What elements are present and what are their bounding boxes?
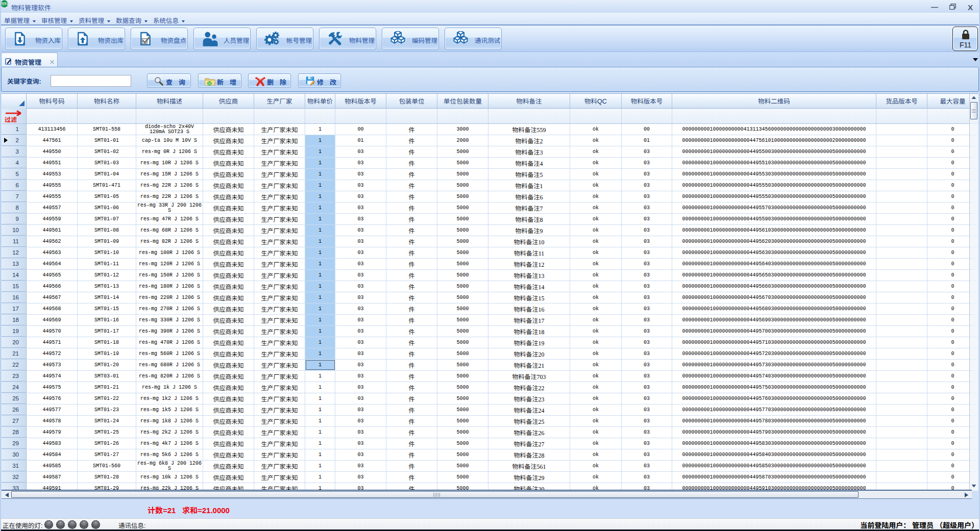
svg-text:物料: 物料 (1, 1, 8, 6)
svg-text:过滤: 过滤 (5, 115, 17, 123)
